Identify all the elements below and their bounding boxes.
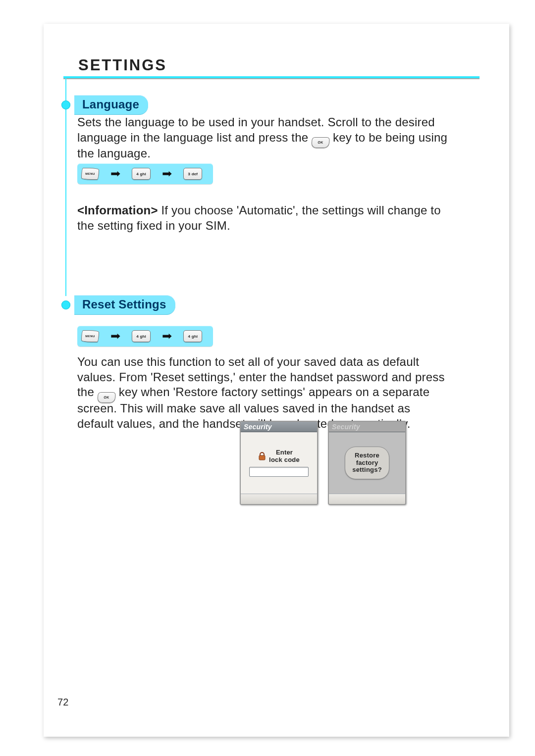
menu-key-icon: MENU — [81, 330, 99, 342]
phone-screenshot-enter-lock-code: Security Enter lock code — [240, 421, 318, 505]
lock-code-input[interactable] — [249, 467, 309, 477]
restore-confirm-dialog: Restore factory settings? — [345, 447, 389, 480]
phone-softkey-bar — [329, 494, 405, 504]
reset-body: You can use this function to set all of … — [77, 354, 450, 431]
key-label: MENU — [85, 172, 95, 175]
page-number: 72 — [57, 697, 69, 708]
phone-body: Restore factory settings? — [329, 432, 405, 494]
page-title: SETTINGS — [78, 56, 167, 74]
header-rule — [63, 76, 480, 78]
key-label: 4 ghi — [136, 334, 146, 339]
info-label: <Information> — [77, 203, 158, 217]
lock-icon — [258, 452, 266, 461]
key-sequence-reset: MENU ➡ 4 ghi ➡ 4 ghi — [77, 326, 213, 347]
phone-body: Enter lock code — [241, 432, 317, 494]
ok-key-icon: OK — [312, 137, 329, 148]
ok-key-label: OK — [318, 141, 323, 145]
manual-page: SETTINGS Language Sets the language to b… — [44, 24, 509, 737]
enter-lock-code-label: Enter lock code — [258, 449, 300, 464]
digit-key-icon: 4 ghi — [132, 168, 151, 180]
phone-softkey-bar — [241, 494, 317, 504]
phone-screenshots: Security Enter lock code — [240, 421, 406, 505]
digit-key-icon: 3 def — [183, 168, 202, 180]
ok-key-icon: OK — [98, 392, 115, 403]
arrow-right-icon: ➡ — [162, 330, 172, 343]
text: lock code — [269, 456, 300, 463]
svg-rect-0 — [259, 455, 265, 460]
section-heading-reset: Reset Settings — [61, 295, 175, 315]
phone-screenshot-confirm-restore: Security Restore factory settings? — [328, 421, 406, 505]
language-info: <Information> If you choose 'Automatic',… — [77, 203, 450, 233]
text: Restore — [355, 452, 379, 459]
text: factory — [356, 459, 378, 466]
key-label: 3 def — [188, 172, 198, 176]
text: settings? — [352, 466, 382, 473]
arrow-right-icon: ➡ — [110, 167, 120, 180]
phone-title: Security — [241, 422, 317, 432]
language-body: Sets the language to be used in your han… — [77, 115, 450, 161]
ok-key-label: OK — [104, 395, 109, 400]
arrow-right-icon: ➡ — [110, 330, 120, 343]
key-label: MENU — [85, 335, 95, 338]
key-label: 4 ghi — [188, 334, 198, 339]
text: Enter — [276, 449, 293, 456]
digit-key-icon: 4 ghi — [183, 330, 202, 342]
phone-title: Security — [329, 422, 405, 432]
bullet-icon — [61, 101, 70, 109]
section-heading-language: Language — [61, 95, 148, 115]
section-heading-label: Reset Settings — [74, 295, 175, 315]
key-label: 4 ghi — [136, 172, 146, 176]
digit-key-icon: 4 ghi — [132, 330, 151, 342]
section-heading-label: Language — [74, 95, 148, 115]
menu-key-icon: MENU — [81, 168, 99, 180]
bullet-icon — [61, 301, 70, 309]
key-sequence-language: MENU ➡ 4 ghi ➡ 3 def — [77, 163, 213, 184]
arrow-right-icon: ➡ — [162, 167, 172, 180]
